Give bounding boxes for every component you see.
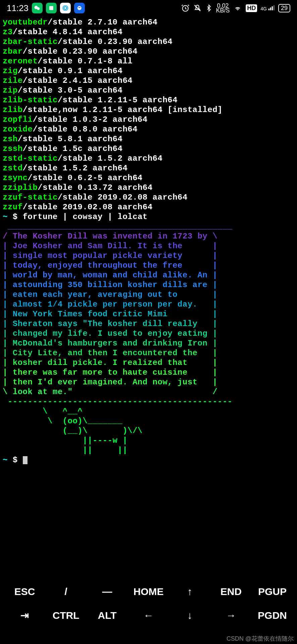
package-version: /stable 0.23.90 aarch64	[58, 37, 173, 46]
package-line: zziplib/stable 0.13.72 aarch64	[3, 183, 294, 193]
package-line: zstd/stable 1.5.2 aarch64	[3, 163, 294, 173]
svg-rect-2	[49, 6, 53, 10]
package-version: /stable 0.6.2-5 aarch64	[28, 173, 143, 182]
key-→[interactable]: →	[211, 610, 252, 621]
package-line: zstd-static/stable 1.5.2 aarch64	[3, 154, 294, 163]
package-version: /stable 3.0-5 aarch64	[18, 86, 123, 95]
key-―[interactable]: ―	[86, 586, 128, 597]
net-speed-unit: KB/S	[216, 8, 230, 13]
status-right: 0.02 KB/S HD 4G 29	[181, 3, 290, 13]
package-name: zzuf-static	[3, 193, 58, 202]
battery-indicator: 29	[278, 4, 290, 12]
app-icon-2	[46, 3, 57, 13]
package-version: /stable 0.13.72 aarch64	[38, 183, 153, 192]
cowsay-text-line: | New York Times food critic Mimi |	[3, 309, 294, 319]
app-icon-4	[74, 3, 85, 13]
package-line: youtubedr/stable 2.7.10 aarch64	[3, 17, 294, 27]
package-line: zbar/stable 0.23.90 aarch64	[3, 47, 294, 56]
cowsay-text-line: | then I'd ever imagined. And now, just …	[3, 377, 294, 387]
package-line: zlib-static/stable 1.2.11-5 aarch64	[3, 95, 294, 105]
package-version: /stable 1.5.2 aarch64	[58, 154, 163, 163]
cowsay-text-line: | McDonald's hamburgers and drinking Iro…	[3, 338, 294, 348]
package-name: zbar-static	[3, 37, 58, 46]
package-version: /stable 0.23.90 aarch64	[23, 47, 138, 56]
cowsay-text-line: | today, enjoyed throughout the free |	[3, 261, 294, 270]
cowsay-text-line: | Sheraton says "The kosher dill really …	[3, 319, 294, 329]
key-pgdn[interactable]: PGDN	[252, 610, 293, 621]
package-version: /stable,now 1.2.11-5 aarch64 [installed]	[23, 105, 223, 114]
package-version: /stable 1.5c aarch64	[23, 144, 123, 153]
extra-keys-bar: ESC/―HOME↑ENDPGUP ⇥CTRLALT←↓→PGDN	[0, 577, 297, 631]
package-version: /stable 2019.02.08 aarch64	[58, 193, 187, 202]
package-name: zopfli	[3, 115, 33, 124]
cowsay-text-line: | City Lite, and then I encountered the …	[3, 348, 294, 358]
package-line: zeronet/stable 0.7.1-8 all	[3, 56, 294, 66]
cowsay-bubble-bottom: ----------------------------------------…	[3, 397, 294, 407]
status-left: 11:23	[7, 3, 85, 13]
package-name: zoxide	[3, 125, 33, 134]
cowsay-text-line: | Joe Kosher and Sam Dill. It is the |	[3, 241, 294, 251]
package-name: z3	[3, 28, 13, 37]
package-name: zbar	[3, 47, 23, 56]
keyboard-row-1: ESC/―HOME↑ENDPGUP	[0, 580, 297, 603]
wechat-icon	[32, 3, 43, 13]
status-time: 11:23	[7, 3, 28, 13]
package-version: /stable 1.5.2 aarch64	[23, 164, 128, 173]
wifi-icon	[233, 4, 242, 12]
key-home[interactable]: HOME	[128, 586, 169, 597]
package-line: zbar-static/stable 0.23.90 aarch64	[3, 37, 294, 47]
package-version: /stable 0.9.1 aarch64	[18, 66, 123, 75]
cowsay-text-line: \ look at me." /	[3, 387, 294, 397]
key-/[interactable]: /	[45, 586, 86, 597]
package-version: /stable 2.4.15 aarch64	[23, 76, 133, 85]
signal-icon: 4G	[260, 5, 275, 11]
app-icon-3	[60, 3, 71, 13]
package-line: zlib/stable,now 1.2.11-5 aarch64 [instal…	[3, 105, 294, 115]
key-ctrl[interactable]: CTRL	[45, 610, 86, 621]
cowsay-bubble-top: ________________________________________…	[3, 222, 294, 231]
key-↓[interactable]: ↓	[169, 610, 211, 621]
package-name: zssh	[3, 144, 23, 153]
package-line: zoxide/stable 0.8.0 aarch64	[3, 124, 294, 134]
prompt-line: ~ $	[3, 455, 294, 465]
cow-ascii-line: || ||	[3, 445, 294, 455]
svg-point-5	[77, 6, 81, 10]
package-name: zstd	[3, 164, 23, 173]
watermark: CSDN @花蕾依在情随尔	[227, 635, 294, 643]
terminal-output[interactable]: youtubedr/stable 2.7.10 aarch64z3/stable…	[0, 16, 297, 466]
key-pgup[interactable]: PGUP	[252, 586, 293, 597]
alarm-icon	[181, 4, 190, 12]
key-end[interactable]: END	[211, 586, 252, 597]
key-esc[interactable]: ESC	[4, 586, 45, 597]
svg-rect-9	[269, 9, 270, 10]
package-name: youtubedr	[3, 18, 48, 27]
cowsay-text-line: | astounding 350 billion kosher dills ar…	[3, 280, 294, 290]
package-name: zsync	[3, 173, 28, 182]
package-name: zlib	[3, 105, 23, 114]
cow-ascii-line: \ (oo)\_______	[3, 416, 294, 426]
package-version: /stable 2.7.10 aarch64	[48, 18, 158, 27]
package-name: zstd-static	[3, 154, 58, 163]
package-version: /stable 1.2.11-5 aarch64	[58, 96, 178, 105]
keyboard-row-2: ⇥CTRLALT←↓→PGDN	[0, 603, 297, 627]
package-version: /stable 0.7.1-8 all	[38, 57, 132, 66]
hd-badge: HD	[246, 4, 257, 12]
cow-ascii-line: ||----w |	[3, 436, 294, 445]
cowsay-text-line: | almost 1/4 pickle per person per day. …	[3, 300, 294, 309]
package-line: zsync/stable 0.6.2-5 aarch64	[3, 173, 294, 183]
cursor	[23, 456, 27, 464]
status-bar: 11:23 0.02 KB/S HD 4G	[0, 0, 297, 16]
package-line: zzuf/stable 2019.02.08 aarch64	[3, 202, 294, 212]
package-line: z3/stable 4.8.14 aarch64	[3, 27, 294, 37]
key-alt[interactable]: ALT	[86, 610, 128, 621]
package-line: zile/stable 2.4.15 aarch64	[3, 76, 294, 86]
svg-rect-11	[272, 6, 273, 10]
command-text: fortune | cowsay | lolcat	[23, 212, 148, 221]
key-←[interactable]: ←	[128, 610, 169, 621]
svg-point-7	[79, 7, 80, 8]
cowsay-text-line: / The Kosher Dill was invented in 1723 b…	[3, 231, 294, 241]
package-version: /stable 2019.02.08 aarch64	[23, 203, 153, 212]
key-⇥[interactable]: ⇥	[4, 609, 45, 621]
prompt-line: ~ $ fortune | cowsay | lolcat	[3, 212, 294, 222]
key-↑[interactable]: ↑	[169, 586, 211, 597]
